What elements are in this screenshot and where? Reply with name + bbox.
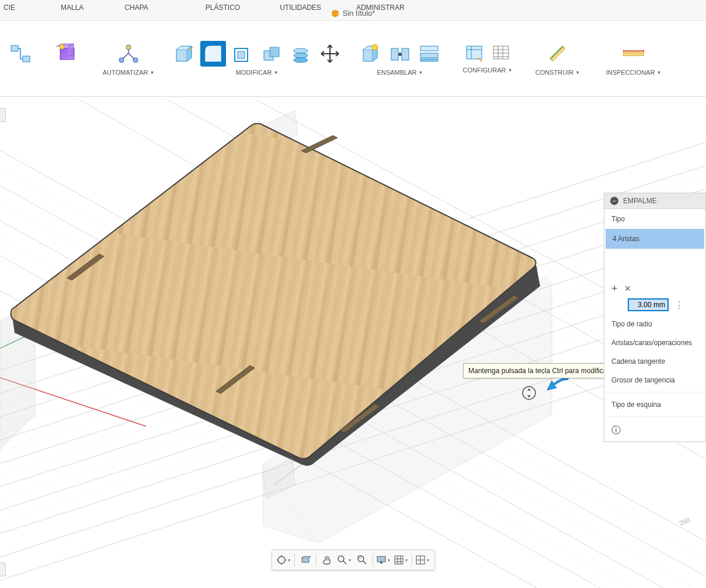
- tab-malla[interactable]: MALLA: [58, 0, 86, 15]
- fillet-panel: − EMPALME Tipo 4 Aristas + × ⋮ Tipo de r…: [604, 193, 706, 442]
- svg-point-18: [398, 53, 402, 56]
- icon-align[interactable]: [288, 41, 314, 67]
- tab-plastico[interactable]: PLÁSTICO: [203, 0, 242, 15]
- svg-rect-19: [420, 46, 438, 51]
- caret-icon: ▼: [149, 70, 154, 75]
- icon-move[interactable]: [317, 41, 343, 67]
- ribbon-group-malla: [41, 21, 93, 94]
- svg-point-11: [294, 48, 308, 53]
- row-tipo-radio[interactable]: Tipo de radio: [604, 315, 705, 333]
- svg-rect-23: [493, 46, 509, 59]
- svg-rect-61: [377, 556, 385, 562]
- ribbon-group-construir: CONSTRUIR▼: [526, 21, 590, 94]
- ribbon-tabs: CIE MALLA CHAPA PLÁSTICO UTILIDADES ADMI…: [0, 0, 407, 15]
- row-aristas[interactable]: Aristas/caras/operaciones: [604, 333, 705, 352]
- ribbon-group-configurar: CONFIGURAR▼: [450, 21, 526, 94]
- icon-component[interactable]: [358, 41, 384, 67]
- svg-point-15: [372, 44, 378, 50]
- row-tipo[interactable]: Tipo: [604, 209, 705, 229]
- tab-chapa[interactable]: CHAPA: [122, 0, 150, 15]
- icon-joint[interactable]: [387, 41, 413, 67]
- icon-automate[interactable]: [116, 41, 141, 67]
- svg-rect-62: [380, 562, 382, 563]
- row-selection[interactable]: 4 Aristas: [606, 229, 704, 249]
- caret-icon: ▼: [273, 70, 278, 75]
- icon-combine[interactable]: [259, 41, 284, 67]
- hint-arrow-icon: [546, 377, 569, 397]
- ribbon-group-ensamblar: ENSAMBLAR▼: [350, 21, 450, 94]
- svg-point-58: [338, 556, 344, 562]
- icon-pressPull[interactable]: [171, 41, 197, 67]
- radius-input-row: ⋮: [604, 296, 705, 315]
- icon-config2[interactable]: [489, 41, 513, 64]
- look-button[interactable]: [297, 552, 314, 568]
- collapse-icon[interactable]: −: [610, 197, 618, 205]
- fillet-drag-handle[interactable]: [521, 385, 537, 403]
- info-icon[interactable]: ⓘ: [604, 420, 705, 441]
- row-cadena[interactable]: Cadena tangente: [604, 352, 705, 371]
- svg-rect-6: [176, 50, 187, 61]
- browser-expand-button[interactable]: [0, 108, 6, 122]
- ribbon-group-automatizar: AUTOMATIZAR▼: [93, 21, 164, 94]
- grid-button[interactable]: ▼: [393, 552, 409, 568]
- label-construir[interactable]: CONSTRUIR▼: [535, 69, 580, 76]
- svg-rect-10: [270, 47, 279, 57]
- zoom-button[interactable]: ▼: [336, 552, 353, 568]
- icon-plane[interactable]: [545, 41, 571, 67]
- label-automatizar-text: AUTOMATIZAR: [103, 69, 148, 76]
- icon-config1[interactable]: [462, 41, 486, 64]
- ribbon-group-1: [0, 21, 41, 94]
- icon-mesh[interactable]: [54, 41, 80, 67]
- viewports-button[interactable]: ▼: [415, 552, 431, 568]
- more-options-icon[interactable]: ⋮: [674, 300, 684, 311]
- svg-rect-14: [363, 50, 373, 61]
- radius-input[interactable]: [628, 298, 669, 311]
- label-ensamblar[interactable]: ENSAMBLAR▼: [377, 69, 423, 76]
- icon-fillet-active[interactable]: [200, 41, 226, 67]
- caret-icon: ▼: [656, 70, 661, 75]
- svg-point-3: [126, 45, 131, 50]
- pan-button[interactable]: [319, 552, 335, 568]
- label-configurar-text: CONFIGURAR: [463, 67, 506, 74]
- ribbon: CIE MALLA CHAPA PLÁSTICO UTILIDADES ADMI…: [0, 21, 706, 97]
- tab-cie[interactable]: CIE: [1, 0, 18, 15]
- tab-administrar[interactable]: ADMINISTRAR: [354, 0, 407, 15]
- ribbon-group-inspeccionar: INSPECCIONAR▼: [590, 21, 677, 94]
- label-modificar[interactable]: MODIFICAR▼: [236, 69, 279, 76]
- label-automatizar[interactable]: AUTOMATIZAR▼: [103, 69, 155, 76]
- icon-jointorigin[interactable]: [416, 41, 442, 67]
- icon-measure[interactable]: [621, 41, 646, 67]
- nav-toolbar: ▼ ▼ ▼ ▼ ▼: [272, 549, 435, 570]
- caret-icon: ▼: [418, 70, 423, 75]
- svg-point-2: [60, 44, 64, 49]
- grid-dim-label: 200: [679, 516, 691, 527]
- timeline-expand-button[interactable]: [0, 562, 6, 576]
- tab-utilidades[interactable]: UTILIDADES: [277, 0, 324, 15]
- svg-rect-63: [395, 556, 403, 564]
- caret-icon: ▼: [575, 70, 580, 75]
- display-button[interactable]: ▼: [375, 552, 392, 568]
- viewport[interactable]: 200 Mantenga pulsada la tecla Ctrl para …: [0, 99, 706, 588]
- row-grosor[interactable]: Grosor de tangencia: [604, 371, 705, 389]
- label-modificar-text: MODIFICAR: [236, 69, 272, 76]
- svg-rect-22: [467, 46, 482, 59]
- icon-flowline[interactable]: [8, 41, 33, 67]
- add-selection-button[interactable]: +: [611, 283, 618, 295]
- svg-rect-17: [402, 48, 409, 60]
- zoom-window-button[interactable]: [354, 552, 370, 568]
- panel-actions: + ×: [604, 279, 705, 296]
- icon-shell[interactable]: [229, 41, 255, 67]
- panel-title: EMPALME: [623, 197, 657, 205]
- orbit-button[interactable]: ▼: [276, 552, 292, 568]
- remove-selection-button[interactable]: ×: [625, 283, 631, 295]
- row-esquina[interactable]: Tipo de esquina: [604, 395, 705, 414]
- label-configurar[interactable]: CONFIGURAR▼: [463, 67, 513, 74]
- grid-plane: 200: [0, 99, 706, 588]
- label-inspeccionar[interactable]: INSPECCIONAR▼: [606, 69, 662, 76]
- svg-point-59: [358, 556, 364, 562]
- svg-point-56: [278, 556, 285, 563]
- label-construir-text: CONSTRUIR: [535, 69, 573, 76]
- svg-rect-16: [391, 48, 398, 60]
- panel-header[interactable]: − EMPALME: [604, 193, 705, 209]
- svg-point-13: [294, 58, 308, 62]
